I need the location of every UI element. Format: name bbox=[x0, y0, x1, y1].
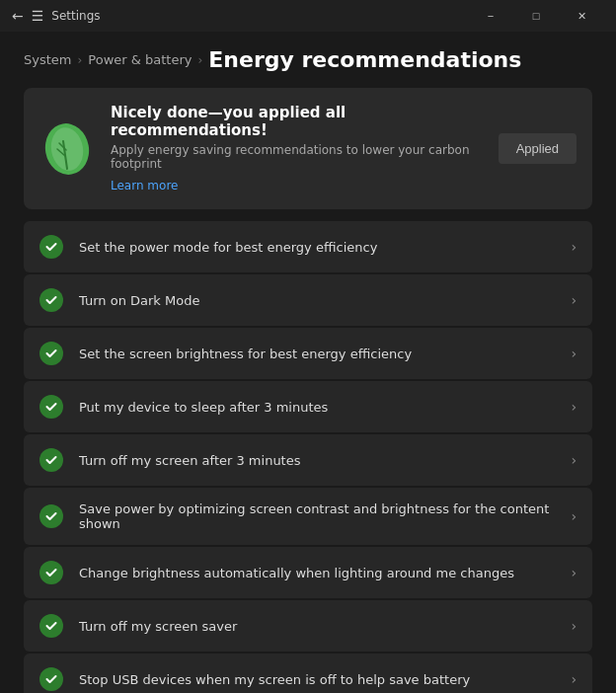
item-label: Set the screen brightness for best energ… bbox=[79, 346, 571, 361]
hamburger-icon[interactable]: ☰ bbox=[32, 8, 44, 24]
recommendation-item[interactable]: Set the power mode for best energy effic… bbox=[24, 221, 592, 272]
item-label: Turn off my screen after 3 minutes bbox=[79, 453, 571, 468]
item-label: Turn on Dark Mode bbox=[79, 293, 571, 308]
learn-more-link[interactable]: Learn more bbox=[111, 179, 178, 192]
title-bar: ← ☰ Settings − □ ✕ bbox=[0, 0, 616, 32]
chevron-right-icon: › bbox=[571, 292, 577, 308]
chevron-right-icon: › bbox=[571, 565, 577, 580]
breadcrumb-separator-2: › bbox=[197, 53, 202, 67]
recommendation-item[interactable]: Change brightness automatically when lig… bbox=[24, 547, 592, 598]
check-icon bbox=[39, 235, 63, 259]
recommendations-list: Set the power mode for best energy effic… bbox=[24, 221, 592, 693]
close-button[interactable]: ✕ bbox=[559, 0, 604, 32]
page-header: Nicely done—you applied all recommendati… bbox=[24, 88, 592, 209]
maximize-button[interactable]: □ bbox=[513, 0, 559, 32]
breadcrumb-system[interactable]: System bbox=[24, 52, 71, 67]
leaf-icon bbox=[39, 121, 95, 177]
main-content: System › Power & battery › Energy recomm… bbox=[0, 32, 616, 693]
title-bar-title: Settings bbox=[51, 9, 100, 23]
item-label: Save power by optimizing screen contrast… bbox=[79, 501, 571, 531]
item-label: Change brightness automatically when lig… bbox=[79, 566, 571, 580]
page-title: Energy recommendations bbox=[208, 47, 521, 72]
check-icon bbox=[39, 342, 63, 365]
check-icon bbox=[39, 448, 63, 472]
title-bar-left: ← ☰ Settings bbox=[12, 8, 101, 24]
chevron-right-icon: › bbox=[571, 671, 577, 687]
check-icon bbox=[39, 504, 63, 528]
recommendation-item[interactable]: Turn off my screen after 3 minutes › bbox=[24, 434, 592, 486]
breadcrumb-power-battery[interactable]: Power & battery bbox=[88, 52, 192, 67]
check-icon bbox=[39, 395, 63, 419]
item-label: Set the power mode for best energy effic… bbox=[79, 240, 571, 255]
check-icon bbox=[39, 561, 63, 584]
header-title: Nicely done—you applied all recommendati… bbox=[111, 104, 483, 139]
item-label: Stop USB devices when my screen is off t… bbox=[79, 672, 571, 687]
header-subtitle: Apply energy saving recommendations to l… bbox=[111, 143, 483, 171]
chevron-right-icon: › bbox=[571, 452, 577, 468]
minimize-button[interactable]: − bbox=[468, 0, 513, 32]
check-icon bbox=[39, 614, 63, 638]
applied-button[interactable]: Applied bbox=[499, 133, 577, 164]
recommendation-item[interactable]: Set the screen brightness for best energ… bbox=[24, 328, 592, 379]
breadcrumb: System › Power & battery › Energy recomm… bbox=[24, 47, 592, 72]
header-text: Nicely done—you applied all recommendati… bbox=[111, 104, 483, 193]
check-icon bbox=[39, 288, 63, 312]
item-label: Put my device to sleep after 3 minutes bbox=[79, 400, 571, 415]
recommendation-item[interactable]: Stop USB devices when my screen is off t… bbox=[24, 654, 592, 693]
item-label: Turn off my screen saver bbox=[79, 619, 571, 634]
chevron-right-icon: › bbox=[571, 508, 577, 524]
recommendation-item[interactable]: Turn on Dark Mode › bbox=[24, 274, 592, 326]
recommendation-item[interactable]: Turn off my screen saver › bbox=[24, 600, 592, 652]
chevron-right-icon: › bbox=[571, 239, 577, 255]
back-button[interactable]: ← bbox=[12, 8, 24, 24]
breadcrumb-separator-1: › bbox=[77, 53, 82, 67]
chevron-right-icon: › bbox=[571, 346, 577, 361]
chevron-right-icon: › bbox=[571, 399, 577, 415]
recommendation-item[interactable]: Save power by optimizing screen contrast… bbox=[24, 488, 592, 545]
check-icon bbox=[39, 667, 63, 691]
recommendation-item[interactable]: Put my device to sleep after 3 minutes › bbox=[24, 381, 592, 432]
chevron-right-icon: › bbox=[571, 618, 577, 634]
title-bar-controls: − □ ✕ bbox=[468, 0, 604, 32]
